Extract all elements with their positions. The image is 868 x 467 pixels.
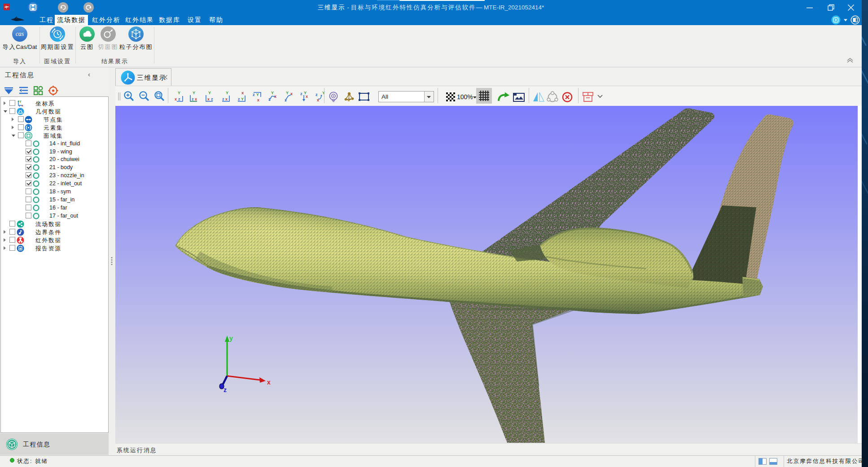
- svg-text:cas: cas: [16, 31, 24, 37]
- svg-text:Y: Y: [178, 91, 180, 95]
- svg-text:x: x: [257, 98, 259, 102]
- svg-text:Y: Y: [286, 91, 289, 95]
- svg-text:z: z: [238, 97, 240, 101]
- svg-text:y: y: [229, 335, 233, 342]
- svg-text:x: x: [267, 379, 271, 386]
- svg-text:x: x: [207, 97, 210, 101]
- svg-text:x: x: [317, 98, 319, 102]
- svg-text:Y: Y: [208, 91, 211, 95]
- svg-text:z: z: [222, 97, 224, 101]
- svg-text:z: z: [224, 386, 227, 393]
- svg-text:z: z: [192, 97, 194, 101]
- svg-text:x: x: [22, 104, 23, 107]
- svg-text:Y: Y: [193, 91, 195, 95]
- svg-text:x: x: [306, 94, 308, 99]
- svg-text:z: z: [19, 104, 21, 107]
- svg-text:x: x: [290, 92, 293, 96]
- svg-text:Y: Y: [271, 91, 274, 95]
- svg-text:x: x: [175, 97, 177, 101]
- svg-text:z: z: [316, 92, 318, 97]
- svg-text:x: x: [225, 97, 228, 101]
- svg-text:z: z: [178, 97, 180, 101]
- svg-text:Y: Y: [19, 100, 22, 103]
- svg-text:Y: Y: [241, 97, 244, 101]
- svg-text:z: z: [300, 92, 302, 96]
- svg-text:x: x: [195, 97, 197, 101]
- svg-text:Y: Y: [256, 92, 259, 97]
- svg-text:x: x: [241, 91, 244, 95]
- svg-text:z: z: [211, 97, 213, 101]
- svg-text:Y: Y: [226, 91, 228, 95]
- svg-text:z: z: [253, 92, 255, 97]
- svg-text:Y: Y: [322, 91, 325, 95]
